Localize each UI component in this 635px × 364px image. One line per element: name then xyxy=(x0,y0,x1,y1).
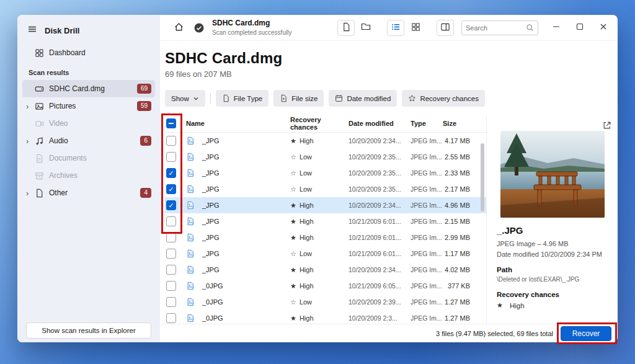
column-header-name[interactable]: Name xyxy=(186,120,285,127)
date-modified: 10/20/2009 2:35... xyxy=(349,169,411,177)
table-row[interactable]: _0JPG★High10/20/2009 2:3...JPEG Im...1.2… xyxy=(165,310,486,324)
recovery-chances-icon xyxy=(408,94,416,102)
row-checkbox[interactable] xyxy=(166,297,176,307)
select-all-checkbox[interactable] xyxy=(166,118,176,128)
sidebar-item-other[interactable]: ›Other4 xyxy=(22,184,155,202)
file-type-icon xyxy=(222,94,230,102)
row-checkbox[interactable] xyxy=(166,249,176,259)
chevron-right-icon[interactable]: › xyxy=(26,102,35,110)
sidebar-item-video[interactable]: Video xyxy=(22,115,155,132)
image-file-icon xyxy=(186,185,202,193)
row-checkbox[interactable] xyxy=(166,136,176,146)
table-row[interactable]: _0JPG☆Low10/20/2009 2:39...JPEG Im...1.2… xyxy=(165,294,486,310)
home-button[interactable] xyxy=(170,20,187,36)
row-checkbox[interactable]: ✓ xyxy=(166,168,176,178)
row-checkbox[interactable]: ✓ xyxy=(166,184,176,194)
file-type: JPEG Im... xyxy=(411,218,443,225)
grid-view-button[interactable] xyxy=(407,20,424,36)
file-icon xyxy=(342,22,351,33)
star-icon: ★ xyxy=(290,218,296,226)
recover-button[interactable]: Recover xyxy=(561,326,611,341)
row-checkbox[interactable]: ✓ xyxy=(166,200,176,210)
search-input[interactable] xyxy=(466,24,523,32)
image-file-icon xyxy=(186,233,202,242)
close-button[interactable] xyxy=(593,18,614,38)
app-title: Disk Drill xyxy=(45,26,79,35)
sidebar-item-sdhc-card-dmg[interactable]: SDHC Card.dmg69 xyxy=(22,80,155,97)
star-icon: ☆ xyxy=(290,153,296,161)
titlebar: SDHC Card.dmg Scan completed successfull… xyxy=(160,15,618,41)
chevron-right-icon[interactable]: › xyxy=(26,137,35,145)
sidebar-item-dashboard[interactable]: Dashboard xyxy=(22,44,155,61)
column-header-type[interactable]: Type xyxy=(411,120,443,127)
open-folder-button[interactable] xyxy=(357,20,375,36)
chevron-right-icon[interactable]: › xyxy=(26,189,35,197)
list-view-button[interactable] xyxy=(387,20,404,36)
folder-icon xyxy=(361,22,371,33)
image-file-icon xyxy=(186,298,202,306)
main-area: SDHC Card.dmg Scan completed successfull… xyxy=(160,15,618,342)
file-size: 2.33 MB xyxy=(443,169,470,177)
table-row[interactable]: ✓_JPG☆Low10/20/2009 2:35...JPEG Im...2.3… xyxy=(165,165,486,181)
row-checkbox[interactable] xyxy=(166,313,176,323)
column-header-recovery-chances[interactable]: Recovery chances xyxy=(285,116,349,131)
table-row[interactable]: ✓_JPG☆Low10/20/2009 2:35...JPEG Im...2.1… xyxy=(165,181,486,197)
scrollbar-thumb[interactable] xyxy=(481,143,484,211)
sidebar-item-audio[interactable]: ›Audio6 xyxy=(22,132,155,149)
filter-chip-recovery-chances[interactable]: Recovery chances xyxy=(402,90,485,107)
table-row[interactable]: _JPG★High10/20/2009 2:34...JPEG Im...4.1… xyxy=(165,133,486,149)
audio-icon xyxy=(35,136,49,146)
table-row[interactable]: _JPG★High10/21/2009 6:01...JPEG Im...2.9… xyxy=(165,229,486,246)
recovery-chance: ☆Low xyxy=(285,185,349,193)
maximize-button[interactable] xyxy=(569,18,590,38)
sidebar-item-archives[interactable]: Archives xyxy=(22,167,155,184)
scan-results-label: Scan results xyxy=(17,61,160,80)
column-header-date-modified[interactable]: Date modified xyxy=(349,120,411,127)
date-modified: 10/20/2009 2:35... xyxy=(349,153,411,161)
sidebar-item-pictures[interactable]: ›Pictures59 xyxy=(22,97,155,115)
row-checkbox[interactable] xyxy=(166,233,176,242)
table-row[interactable]: ✓_JPG★High10/20/2009 2:34...JPEG Im...4.… xyxy=(165,197,486,213)
preview-date-modified: Date modified 10/20/2009 2:34 PM xyxy=(497,251,608,258)
filter-chip-date-modified[interactable]: Date modified xyxy=(329,90,397,107)
row-checkbox[interactable] xyxy=(166,152,176,162)
date-modified: 10/21/2009 6:01... xyxy=(349,234,411,241)
show-filter-dropdown[interactable]: Show xyxy=(165,90,205,107)
table-row[interactable]: _JPG★High10/21/2009 6:01...JPEG Im...2.1… xyxy=(165,213,486,229)
image-file-icon xyxy=(186,217,202,226)
file-size-icon xyxy=(280,94,288,102)
image-file-icon xyxy=(186,153,202,161)
sidebar-header: Disk Drill xyxy=(17,15,160,44)
star-icon: ★ xyxy=(497,301,503,309)
sidebar-item-label: Other xyxy=(49,189,68,197)
scrollbar[interactable] xyxy=(481,136,484,321)
row-checkbox[interactable] xyxy=(166,216,176,226)
grid-view-icon xyxy=(411,22,420,33)
table-row[interactable]: _JPG★High10/20/2009 2:34...JPEG Im...4.0… xyxy=(165,262,486,278)
file-type: JPEG Im... xyxy=(411,266,443,273)
image-file-icon xyxy=(186,314,202,322)
file-type: JPEG Im... xyxy=(411,314,443,322)
minimize-button[interactable] xyxy=(546,18,567,38)
table-row[interactable]: _JPG☆Low10/21/2009 6:01...JPEG Im...1.17… xyxy=(165,246,486,262)
new-file-button[interactable] xyxy=(337,20,355,36)
file-size: 2.17 MB xyxy=(443,185,470,193)
hamburger-menu-icon[interactable] xyxy=(27,24,37,37)
table-row[interactable]: _JPG☆Low10/20/2009 2:35...JPEG Im...2.55… xyxy=(165,149,486,165)
preview-panel-toggle[interactable] xyxy=(437,20,454,36)
column-header-size[interactable]: Size xyxy=(443,120,470,127)
search-box[interactable] xyxy=(461,20,538,35)
recovery-chance: ☆Low xyxy=(285,169,349,177)
image-file-icon xyxy=(186,201,202,210)
row-checkbox[interactable] xyxy=(166,281,176,291)
filter-chip-file-size[interactable]: File size xyxy=(273,90,324,107)
show-in-explorer-button[interactable]: Show scan results in Explorer xyxy=(26,322,151,339)
sidebar-item-label: Archives xyxy=(49,171,78,180)
filter-chip-file-type[interactable]: File Type xyxy=(216,90,269,107)
open-external-button[interactable] xyxy=(603,121,611,131)
table-row[interactable]: _0JPG★High10/21/2009 6:05...JPEG Im...37… xyxy=(165,278,486,294)
file-name: _JPG xyxy=(202,234,285,241)
sidebar-item-documents[interactable]: Documents xyxy=(22,149,155,167)
row-checkbox[interactable] xyxy=(166,265,176,275)
file-name: _JPG xyxy=(202,153,285,161)
